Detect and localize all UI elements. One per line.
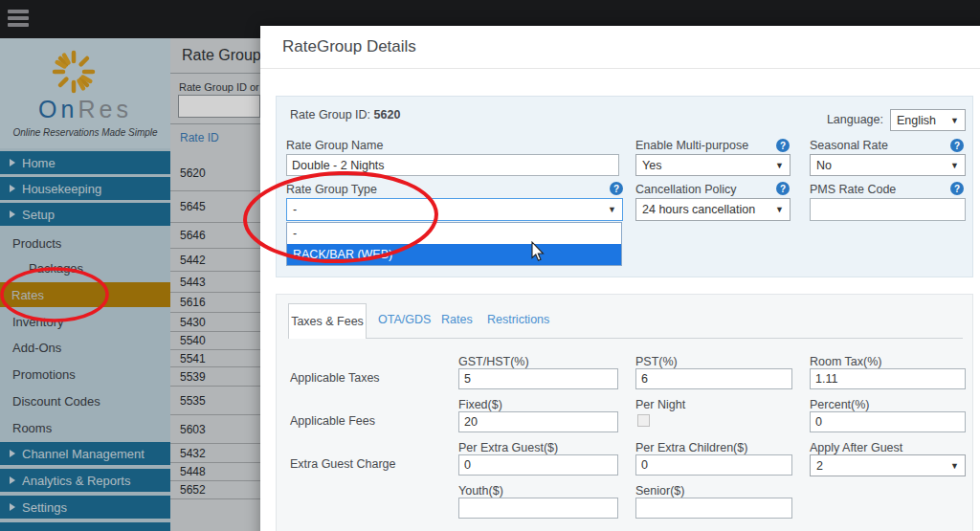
youth-label: Youth($) (458, 484, 503, 498)
help-icon[interactable]: ? (950, 139, 964, 152)
help-icon[interactable]: ? (950, 182, 964, 195)
tab-taxes-fees[interactable]: Taxes & Fees (288, 303, 367, 339)
tab-rates[interactable]: Rates (441, 313, 473, 326)
cancellation-policy-label: Cancellation Policy (635, 183, 737, 196)
applicable-taxes-label: Applicable Taxes (290, 371, 380, 385)
rate-group-id-line: Rate Group ID: 5620 (290, 108, 400, 122)
rategroup-details-modal: RateGroup Details Rate Group ID: 5620 La… (260, 26, 980, 531)
seasonal-rate-select[interactable]: No ▼ (810, 154, 966, 176)
senior-label: Senior($) (635, 484, 684, 498)
pst-label: PST(%) (635, 355, 678, 368)
apply-after-guest-select[interactable]: 2 ▼ (810, 454, 966, 476)
rate-group-name-input[interactable] (286, 154, 619, 176)
enable-multi-purpose-select[interactable]: Yes ▼ (635, 154, 791, 176)
room-tax-label: Room Tax(%) (810, 355, 881, 368)
gst-hst-input[interactable] (458, 368, 618, 389)
per-extra-children-label: Per Extra Children($) (635, 441, 747, 454)
rate-group-type-dropdown-list: - RACK/BAR (WEB) (286, 222, 622, 266)
chevron-down-icon: ▼ (775, 161, 784, 170)
seasonal-rate-label: Seasonal Rate (810, 139, 888, 152)
per-extra-guest-label: Per Extra Guest($) (458, 441, 558, 454)
rate-group-name-label: Rate Group Name (286, 139, 383, 152)
chevron-down-icon: ▼ (950, 161, 959, 170)
per-extra-guest-input[interactable] (458, 454, 618, 476)
fixed-label: Fixed($) (458, 398, 502, 411)
language-label: Language: (803, 113, 883, 126)
dropdown-option[interactable]: - (287, 223, 621, 244)
tab-restrictions[interactable]: Restrictions (487, 313, 549, 326)
percent-fee-input[interactable] (810, 411, 966, 432)
help-icon[interactable]: ? (610, 182, 623, 195)
dropdown-option-highlighted[interactable]: RACK/BAR (WEB) (287, 244, 621, 265)
apply-after-guest-label: Apply After Guest (810, 441, 902, 454)
youth-input[interactable] (458, 498, 618, 519)
chevron-down-icon: ▼ (775, 205, 784, 214)
gst-hst-label: GST/HST(%) (458, 355, 529, 368)
per-night-checkbox[interactable] (637, 414, 650, 427)
rate-group-id-value: 5620 (374, 108, 401, 122)
chevron-down-icon: ▼ (950, 461, 959, 471)
fixed-fee-input[interactable] (458, 411, 618, 432)
tab-strip-divider (288, 338, 963, 339)
rategroup-general-section: Rate Group ID: 5620 Language: English ▼ … (276, 96, 973, 277)
rategroup-tabs-section: Taxes & Fees OTA/GDS Rates Restrictions … (276, 294, 973, 531)
enable-multi-purpose-label: Enable Multi-purpose (635, 139, 748, 152)
rate-group-type-label: Rate Group Type (286, 183, 377, 196)
per-extra-children-input[interactable] (635, 454, 792, 476)
modal-title: RateGroup Details (282, 37, 416, 56)
cancellation-policy-select[interactable]: 24 hours cancellation ▼ (635, 198, 791, 221)
pms-rate-code-label: PMS Rate Code (810, 183, 896, 196)
help-icon[interactable]: ? (776, 139, 790, 152)
language-select[interactable]: English ▼ (890, 109, 966, 131)
room-tax-input[interactable] (810, 368, 966, 389)
pst-input[interactable] (635, 368, 792, 389)
pms-rate-code-input[interactable] (810, 198, 966, 221)
extra-guest-charge-label: Extra Guest Charge (290, 457, 395, 471)
rate-group-type-select[interactable]: - ▼ (286, 198, 623, 221)
tab-ota-gds[interactable]: OTA/GDS (378, 313, 431, 326)
chevron-down-icon: ▼ (608, 205, 616, 214)
chevron-down-icon: ▼ (950, 116, 959, 125)
divider (260, 68, 980, 69)
applicable-fees-label: Applicable Fees (290, 414, 375, 428)
percent-label: Percent(%) (810, 398, 870, 411)
help-icon[interactable]: ? (776, 182, 790, 195)
screen: OnRes Online Reservations Made Simple Ho… (0, 0, 980, 531)
senior-input[interactable] (635, 498, 792, 519)
per-night-label: Per Night (635, 398, 685, 411)
